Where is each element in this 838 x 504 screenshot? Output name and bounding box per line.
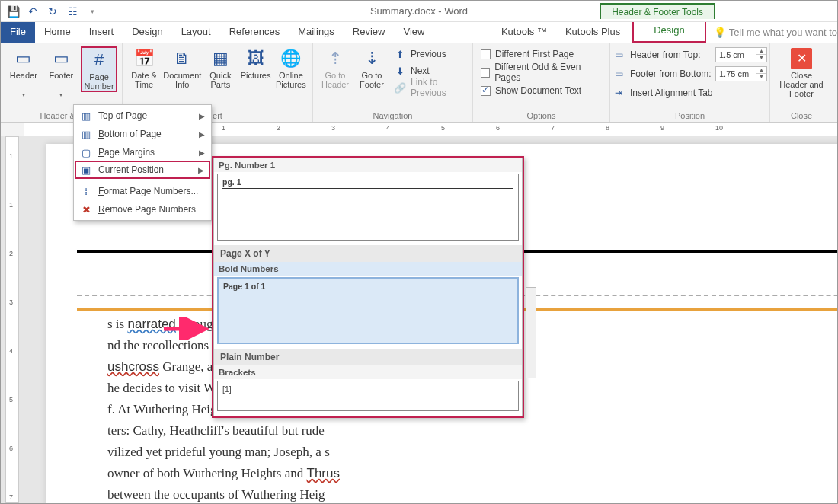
group-label-close: Close — [775, 111, 828, 120]
tab-kutools-plus[interactable]: Kutools Plus — [556, 22, 629, 43]
goto-footer-icon: ⇣ — [361, 48, 382, 69]
goto-footer-button[interactable]: ⇣Go to Footer — [354, 46, 389, 89]
tab-layout[interactable]: Layout — [172, 22, 220, 43]
gallery-category-page-x-of-y: Page X of Y — [214, 245, 522, 262]
redo-icon[interactable]: ↻ — [45, 4, 60, 19]
ribbon-tabs: File Home Insert Design Layout Reference… — [1, 22, 837, 43]
chevron-right-icon: ▶ — [199, 112, 205, 120]
online-picture-icon: 🌐 — [280, 48, 302, 69]
insert-alignment-tab-button[interactable]: ⇥Insert Alignment Tab — [615, 85, 767, 101]
chevron-right-icon: ▶ — [199, 130, 205, 139]
previous-button[interactable]: ⬆Previous — [391, 46, 468, 62]
alignment-tab-icon: ⇥ — [615, 88, 627, 98]
pictures-button[interactable]: 🖼Pictures — [239, 46, 273, 89]
link-previous-button[interactable]: 🔗Link to Previous — [391, 80, 468, 95]
calendar-icon: 📅 — [133, 48, 155, 69]
online-pictures-button[interactable]: 🌐Online Pictures — [274, 46, 308, 89]
previous-icon: ⬆ — [394, 48, 406, 60]
gallery-scrollbar[interactable] — [526, 287, 536, 378]
page-number-menu: ▥Top of Page▶ ▥Bottom of Page▶ ▢Page Mar… — [73, 104, 212, 221]
page-number-button[interactable]: #Page Number — [81, 46, 117, 92]
close-icon: ✕ — [791, 48, 812, 69]
menu-page-margins[interactable]: ▢Page Margins▶ — [75, 143, 210, 161]
menu-current-position[interactable]: ▣Current Position▶ — [75, 161, 210, 179]
next-icon: ⬇ — [394, 65, 406, 77]
group-label-position: Position — [615, 111, 765, 120]
header-top-spinner[interactable]: 1.5 cm▲▼ — [715, 47, 767, 62]
tab-design[interactable]: Design — [123, 22, 171, 43]
tab-design-contextual[interactable]: Design — [632, 22, 705, 43]
gallery-item-pg-number-1: Pg. Number 1 — [214, 158, 522, 172]
contextual-tool-tab: Header & Footer Tools — [600, 3, 715, 19]
gallery-item-bold-numbers: Bold Numbers — [214, 262, 522, 276]
vertical-ruler: 11234567 — [5, 136, 19, 503]
undo-icon[interactable]: ↶ — [25, 4, 40, 19]
qat-more-icon[interactable]: ▾ — [85, 4, 100, 19]
quick-parts-button[interactable]: ▦Quick Parts — [203, 46, 237, 89]
page-icon: ▥ — [80, 110, 92, 122]
tab-view[interactable]: View — [394, 22, 433, 43]
chevron-right-icon: ▶ — [199, 148, 205, 157]
group-label-options: Options — [478, 111, 605, 120]
different-first-page-checkbox[interactable]: Different First Page — [478, 46, 605, 62]
footer-icon: ▭ — [50, 48, 72, 69]
header-top-label: Header from Top: — [630, 49, 712, 60]
menu-bottom-of-page[interactable]: ▥Bottom of Page▶ — [75, 125, 210, 143]
spinner-down-icon[interactable]: ▼ — [756, 55, 766, 62]
goto-header-button[interactable]: ⇡Go to Header — [318, 46, 353, 89]
tab-insert[interactable]: Insert — [80, 22, 123, 43]
footer-button[interactable]: ▭Footer▾ — [43, 46, 80, 100]
tab-references[interactable]: References — [220, 22, 289, 43]
window-title: Summary.docx - Word — [370, 5, 468, 17]
different-odd-even-checkbox[interactable]: Different Odd & Even Pages — [478, 65, 605, 80]
link-icon: 🔗 — [394, 81, 406, 94]
spinner-up-icon[interactable]: ▲ — [756, 48, 766, 55]
tab-mailings[interactable]: Mailings — [289, 22, 344, 43]
header-top-icon: ▭ — [615, 49, 627, 60]
date-time-button[interactable]: 📅Date & Time — [127, 46, 161, 89]
annotation-arrow-icon — [162, 317, 210, 340]
show-document-text-checkbox[interactable]: Show Document Text — [478, 83, 605, 98]
menu-top-of-page[interactable]: ▥Top of Page▶ — [75, 107, 210, 125]
tell-me-search[interactable]: 💡Tell me what you want to — [706, 22, 837, 43]
position-icon: ▣ — [80, 164, 92, 176]
spinner-down-icon[interactable]: ▼ — [756, 74, 766, 81]
page-number-icon: # — [88, 49, 110, 71]
quick-parts-icon: ▦ — [210, 48, 231, 69]
doc-info-icon: 🗎 — [171, 48, 193, 69]
remove-icon: ✖ — [80, 203, 92, 215]
header-button[interactable]: ▭Header▾ — [5, 46, 42, 100]
gallery-preview-pg1[interactable]: pg. 1 — [217, 174, 519, 241]
menu-format-page-numbers[interactable]: ⁞Format Page Numbers... — [75, 182, 210, 200]
spinner-up-icon[interactable]: ▲ — [756, 67, 766, 74]
menu-remove-page-numbers[interactable]: ✖Remove Page Numbers — [75, 200, 210, 219]
quick-access-toolbar: 💾 ↶ ↻ ☷ ▾ Summary.docx - Word Header & F… — [1, 1, 837, 22]
group-label-nav: Navigation — [318, 111, 468, 120]
header-icon: ▭ — [13, 48, 34, 69]
gallery-preview-brackets[interactable]: [1] — [217, 381, 519, 411]
chevron-right-icon: ▶ — [198, 166, 204, 174]
tab-kutools[interactable]: Kutools ™ — [492, 22, 556, 43]
page-icon: ▥ — [80, 128, 92, 140]
tab-home[interactable]: Home — [35, 22, 80, 43]
page-number-gallery: Pg. Number 1 pg. 1 Page X of Y Bold Numb… — [212, 156, 524, 418]
footer-bottom-label: Footer from Bottom: — [630, 69, 712, 79]
gallery-item-brackets: Brackets — [214, 365, 522, 379]
picture-icon: 🖼 — [245, 48, 267, 69]
save-icon[interactable]: 💾 — [5, 4, 21, 19]
tab-review[interactable]: Review — [344, 22, 395, 43]
bulb-icon: 💡 — [714, 27, 726, 38]
margins-icon: ▢ — [80, 146, 92, 158]
footer-bottom-spinner[interactable]: 1.75 cm▲▼ — [715, 66, 767, 81]
gallery-preview-bold-numbers[interactable]: Page 1 of 1 — [217, 277, 519, 344]
footer-bottom-icon: ▭ — [615, 69, 627, 79]
format-icon: ⁞ — [80, 185, 92, 197]
custom-icon[interactable]: ☷ — [65, 4, 80, 19]
goto-header-icon: ⇡ — [325, 48, 346, 69]
gallery-category-plain-number: Plain Number — [214, 349, 522, 365]
tab-file[interactable]: File — [1, 22, 35, 43]
close-header-footer-button[interactable]: ✕Close Header and Footer — [775, 46, 828, 98]
next-button[interactable]: ⬇Next — [391, 63, 468, 78]
document-info-button[interactable]: 🗎Document Info — [162, 46, 202, 89]
